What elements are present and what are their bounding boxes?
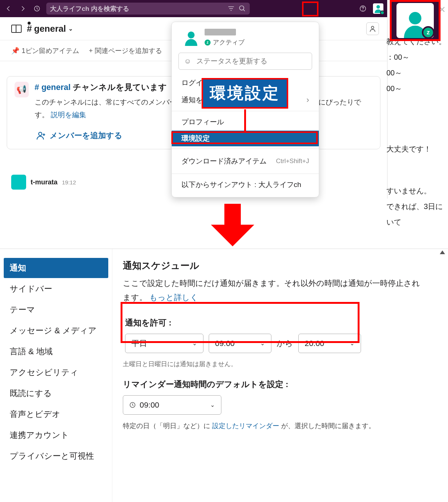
prefs-nav-mark-read[interactable]: 既読にする — [4, 383, 108, 403]
chevron-down-icon: ⌄ — [68, 25, 73, 32]
prefs-nav-connected[interactable]: 連携アカウント — [4, 425, 108, 445]
presence-away-icon: z — [205, 40, 211, 46]
reminder-note: 特定の日（「明日」など）に 設定したリマインダー が、選択した時間に届きます。 — [123, 421, 428, 430]
avatar — [11, 175, 26, 190]
user-name-redacted — [205, 29, 236, 35]
pinned-items[interactable]: 📌1ピン留めアイテム — [11, 46, 79, 55]
megaphone-icon: 📢 — [15, 82, 29, 97]
preferences-nav: 通知 サイドバー テーマ メッセージ & メディア 言語 & 地域 アクセシビリ… — [0, 249, 112, 502]
reminder-set-link[interactable]: 設定したリマインダー — [212, 422, 279, 430]
message-time: 19:12 — [62, 179, 76, 185]
add-related-pages[interactable]: + 関連ページを追加する — [89, 46, 162, 55]
svg-point-7 — [188, 32, 195, 38]
annotation-arrow-icon — [211, 204, 254, 246]
annotation-highlight-avatar — [302, 1, 318, 16]
prefs-nav-audio-video[interactable]: 音声とビデオ — [4, 404, 108, 424]
prefs-nav-privacy[interactable]: プライバシーと可視性 — [4, 446, 108, 466]
history-button[interactable] — [32, 4, 42, 13]
emoji-icon: ☺ — [184, 57, 191, 65]
svg-point-5 — [371, 26, 374, 29]
channel-title[interactable]: # general ⌄ — [27, 24, 73, 34]
weekend-note: 土曜日と日曜日には通知は届きません。 — [123, 360, 428, 368]
person-add-icon — [36, 131, 46, 140]
annotation-highlight-allow-block — [121, 302, 360, 343]
message-author: t-murata — [31, 178, 57, 186]
search-icon[interactable] — [239, 5, 246, 12]
channel-name: general — [34, 24, 66, 34]
presence-label: アクティブ — [213, 38, 245, 47]
svg-point-4 — [376, 5, 380, 9]
svg-point-6 — [39, 132, 42, 136]
schedule-desc: ここで設定した時間にだけ通知が届きます。それ以外の時間は通知が一時停止されます。… — [123, 276, 428, 305]
popover-user-header: zアクティブ — [172, 27, 319, 51]
prefs-nav-accessibility[interactable]: アクセシビリティ — [4, 362, 108, 383]
channel-hash: # — [27, 24, 32, 34]
learn-more-link[interactable]: もっと詳しく — [149, 293, 198, 302]
annotation-highlight-prefs-item — [171, 131, 318, 144]
help-button[interactable] — [358, 4, 368, 13]
nav-back-button[interactable] — [4, 4, 13, 13]
svg-point-3 — [363, 10, 363, 10]
reminder-title: リマインダー通知時間のデフォルトを設定 : — [123, 379, 428, 390]
menu-downloads[interactable]: ダウンロード済みアイテムCtrl+Shift+J — [172, 151, 319, 171]
annotation-callout-label: 環境設定 — [202, 78, 288, 109]
nav-forward-button[interactable] — [18, 4, 28, 13]
prefs-nav-sidebar[interactable]: サイドバー — [4, 279, 108, 299]
clock-icon — [129, 402, 136, 408]
preferences-body: 通知スケジュール ここで設定した時間にだけ通知が届きます。それ以外の時間は通知が… — [112, 249, 448, 502]
person-icon — [369, 25, 376, 32]
prefs-nav-theme[interactable]: テーマ — [4, 300, 108, 320]
annotation-enlarged-avatar: z — [390, 0, 441, 41]
filter-icon[interactable] — [227, 5, 235, 12]
prefs-nav-notifications[interactable]: 通知 — [4, 258, 108, 278]
avatar — [183, 29, 199, 46]
presence-away-icon — [380, 10, 385, 15]
svg-point-8 — [409, 12, 421, 24]
unread-dot-icon — [28, 22, 31, 25]
preferences-window: 通知 サイドバー テーマ メッセージ & メディア 言語 & 地域 アクセシビリ… — [0, 249, 448, 502]
edit-description-link[interactable]: 説明を編集 — [51, 111, 86, 119]
reminder-time-select[interactable]: 09:00⌄ — [123, 395, 221, 415]
prefs-nav-message-media[interactable]: メッセージ & メディア — [4, 321, 108, 341]
svg-point-1 — [240, 6, 244, 10]
presence-away-icon: z — [422, 26, 435, 39]
background-messages: 教えてください。 ：00～ 00～ 00～ 大丈夫です！ すいません。 できれば… — [386, 34, 448, 230]
search-placeholder: 大人ライフch 内を検索する — [50, 4, 227, 13]
members-button[interactable] — [366, 22, 379, 35]
schedule-title: 通知スケジュール — [123, 259, 428, 272]
user-avatar-button[interactable] — [373, 3, 383, 14]
search-input-box[interactable]: 大人ライフch 内を検索する — [46, 3, 250, 15]
scroll-up-icon[interactable] — [440, 250, 445, 254]
slack-titlebar: 大人ライフch 内を検索する — [0, 0, 387, 17]
menu-signout[interactable]: 以下からサインアウト : 大人ライフch — [172, 176, 319, 193]
annotation-connector-line — [244, 109, 246, 131]
update-status-button[interactable]: ☺ ステータスを更新する — [178, 53, 312, 70]
prefs-nav-language[interactable]: 言語 & 地域 — [4, 342, 108, 362]
layout-toggle-icon[interactable] — [11, 25, 22, 33]
